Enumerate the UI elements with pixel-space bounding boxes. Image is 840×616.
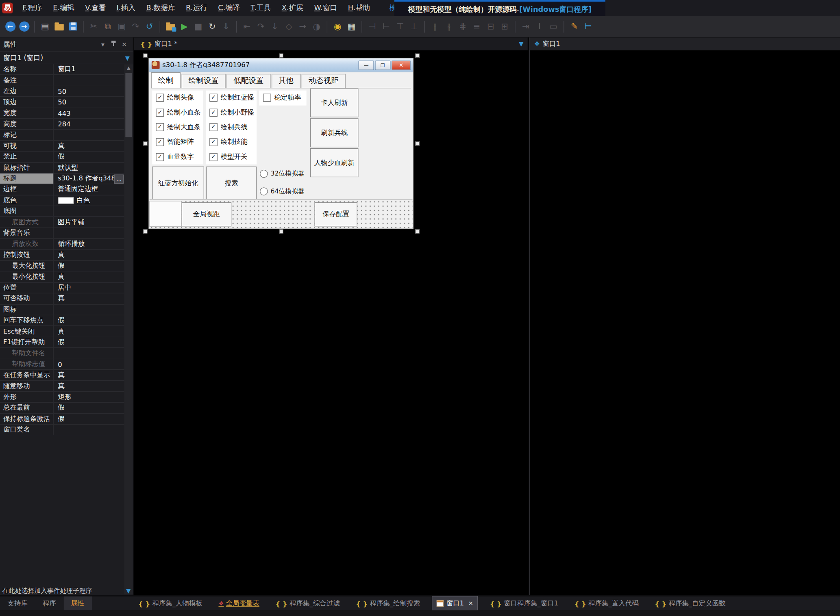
tab-close-icon[interactable]: ✕: [468, 600, 473, 607]
new-file-icon[interactable]: ▤: [38, 20, 52, 33]
form-tab-动态视距[interactable]: 动态视距: [302, 74, 346, 88]
property-value[interactable]: 50: [54, 97, 124, 108]
property-value[interactable]: [54, 228, 124, 239]
property-value[interactable]: [54, 348, 124, 359]
property-label[interactable]: 可视: [0, 141, 54, 151]
doc-tab-全局变量表[interactable]: ❖全局变量表: [214, 596, 264, 610]
properties-scrollbar[interactable]: ▲ ▼: [124, 64, 133, 594]
selection-handle[interactable]: [143, 141, 148, 146]
checkbox-智能矩阵[interactable]: 智能矩阵: [152, 135, 203, 150]
property-value[interactable]: 假: [54, 337, 124, 348]
doc-tab-程序集_综合过滤[interactable]: { }程序集_综合过滤: [271, 596, 344, 610]
search-button[interactable]: 搜索: [206, 167, 257, 200]
property-label[interactable]: 帮助标志值: [0, 359, 54, 370]
align-right-icon[interactable]: ⊢: [379, 20, 393, 33]
panel-tab-程序[interactable]: 程序: [35, 596, 63, 610]
checkbox-box-icon[interactable]: [209, 138, 218, 146]
checkbox-box-icon[interactable]: [209, 94, 218, 102]
doc-tab-窗口1[interactable]: 窗口1✕: [432, 596, 478, 611]
tab-order-icon[interactable]: ⇥: [518, 20, 532, 33]
checkbox-box-icon[interactable]: [156, 153, 164, 161]
property-value[interactable]: [54, 130, 124, 140]
align-top-icon[interactable]: ⊤: [393, 20, 407, 33]
selection-handle[interactable]: [143, 229, 148, 234]
jump-to-icon[interactable]: →: [296, 20, 309, 33]
property-label[interactable]: 总在最前: [0, 403, 54, 413]
property-value[interactable]: 假: [54, 315, 124, 326]
cut-icon[interactable]: ✂: [87, 20, 100, 33]
property-label[interactable]: 位置: [0, 282, 54, 293]
designed-form-window[interactable]: s30-1.8 作者q3487701967 — ❐ ✕ 绘制绘制设置低配设置其他…: [148, 58, 413, 229]
checkbox-box-icon[interactable]: [156, 124, 164, 132]
scroll-up-icon[interactable]: ▲: [124, 64, 133, 72]
property-label[interactable]: 保持标题条激活: [0, 414, 54, 424]
form-tab-绘制[interactable]: 绘制: [151, 72, 181, 88]
menu-c[interactable]: C.编译: [213, 3, 245, 13]
button-卡人刷新[interactable]: 卡人刷新: [310, 88, 359, 117]
selection-handle[interactable]: [279, 54, 283, 58]
selection-handle[interactable]: [415, 229, 420, 234]
menu-r[interactable]: R.运行: [181, 3, 213, 13]
property-label[interactable]: 最大化按钮: [0, 261, 54, 271]
form-minimize-button[interactable]: —: [358, 60, 374, 70]
init-redblue-button[interactable]: 红蓝方初始化: [152, 167, 204, 200]
property-value[interactable]: 50: [54, 86, 124, 97]
button-人物少血刷新[interactable]: 人物少血刷新: [310, 148, 359, 177]
property-label[interactable]: 底色: [0, 195, 54, 206]
property-value[interactable]: 真: [54, 293, 124, 304]
selection-handle[interactable]: [415, 54, 420, 58]
property-label[interactable]: 左边: [0, 86, 54, 97]
property-value[interactable]: 假: [54, 414, 124, 424]
property-label[interactable]: 标记: [0, 130, 54, 140]
panel-close-icon[interactable]: ✕: [119, 41, 130, 48]
restart-icon[interactable]: ↻: [205, 20, 219, 33]
checkbox-绘制红蓝怪[interactable]: 绘制红蓝怪: [206, 91, 257, 105]
checkbox-稳定帧率[interactable]: 稳定帧率: [259, 91, 307, 105]
panel-tab-支持库[interactable]: 支持库: [0, 596, 35, 610]
footer-blank-panel[interactable]: [150, 201, 182, 227]
global-view-button[interactable]: 全局视距: [182, 202, 232, 226]
menu-e[interactable]: E.编辑: [48, 3, 80, 13]
space-evenly-v-icon[interactable]: ≡: [470, 20, 484, 33]
property-value[interactable]: 矩形: [54, 392, 124, 402]
component-selector[interactable]: 窗口1 (窗口) ▼: [0, 52, 133, 64]
property-value[interactable]: 284: [54, 119, 124, 129]
doc-tab-label[interactable]: 窗口1 *: [155, 39, 178, 48]
property-label[interactable]: 备注: [0, 75, 54, 86]
save-icon[interactable]: [66, 20, 80, 33]
property-label[interactable]: 背景音乐: [0, 228, 54, 239]
doc-tab-窗口程序集_窗口1[interactable]: { }窗口程序集_窗口1: [485, 596, 563, 610]
property-value[interactable]: 图片平铺: [54, 217, 124, 228]
menu-v[interactable]: V.查看: [80, 3, 111, 13]
radio-64位模拟器[interactable]: 64位模拟器: [260, 187, 305, 196]
button-刷新兵线[interactable]: 刷新兵线: [310, 118, 359, 147]
save-config-button[interactable]: 保存配置: [314, 202, 357, 226]
breakpoint-icon[interactable]: ◇: [282, 20, 296, 33]
menu-f[interactable]: F.程序: [17, 3, 48, 13]
ellipsis-button[interactable]: …: [114, 174, 124, 183]
menu-x[interactable]: X.扩展: [276, 3, 309, 13]
form-titlebar[interactable]: s30-1.8 作者q3487701967 — ❐ ✕: [149, 59, 413, 72]
hint-light-icon[interactable]: ◉: [331, 20, 344, 33]
property-label[interactable]: 回车下移焦点: [0, 315, 54, 326]
back-icon[interactable]: ←: [3, 20, 17, 33]
menu-b[interactable]: B.数据库: [141, 3, 181, 13]
event-hint-dropdown-icon[interactable]: ▼: [126, 587, 131, 594]
open-file-icon[interactable]: [52, 20, 66, 33]
checkbox-模型开关[interactable]: 模型开关: [206, 150, 257, 164]
checkbox-绘制头像[interactable]: 绘制头像: [152, 91, 203, 105]
tabstrip-dropdown-icon[interactable]: ▼: [519, 40, 523, 47]
property-value[interactable]: 循环播放: [54, 239, 124, 249]
property-value[interactable]: 真: [54, 370, 124, 380]
property-value[interactable]: 假: [54, 403, 124, 413]
resize-icon[interactable]: ▭: [546, 20, 560, 33]
panel-dropdown-icon[interactable]: ▾: [98, 41, 108, 48]
radio-circle-icon[interactable]: [260, 170, 268, 178]
component-selector-dropdown-icon[interactable]: ▼: [125, 54, 130, 61]
property-label[interactable]: 窗口类名: [0, 425, 54, 435]
form-tab-其他[interactable]: 其他: [272, 74, 300, 88]
doc-tab-程序集_置入代码[interactable]: { }程序集_置入代码: [570, 596, 643, 610]
scrollbar-thumb[interactable]: [125, 73, 132, 137]
property-label[interactable]: F1键打开帮助: [0, 337, 54, 348]
property-value[interactable]: [54, 304, 124, 315]
